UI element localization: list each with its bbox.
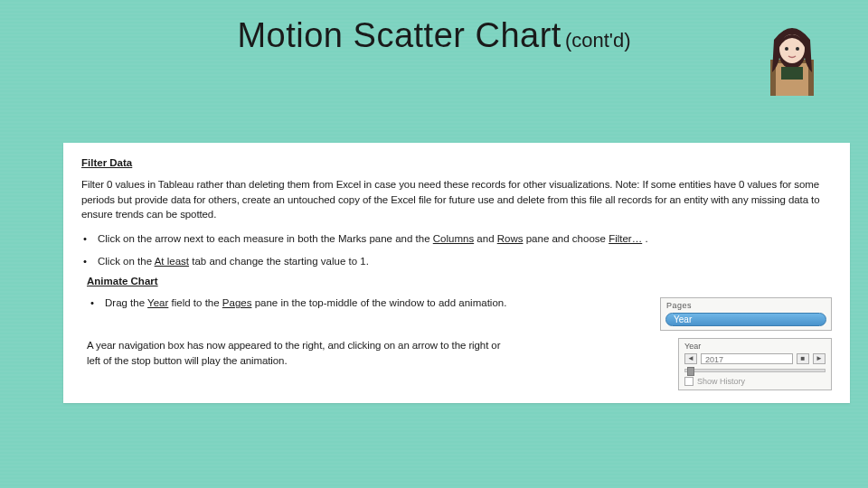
show-history-checkbox[interactable]	[684, 377, 693, 386]
content-card: Filter Data Filter 0 values in Tableau r…	[63, 143, 850, 403]
text: Click on the	[98, 256, 155, 267]
svg-point-3	[785, 47, 788, 51]
avatar	[765, 22, 819, 96]
year-nav-title: Year	[679, 339, 831, 352]
columns-label: Columns	[433, 233, 474, 244]
bullet-icon: •	[89, 296, 105, 311]
year-label: Year	[147, 297, 168, 308]
text: pane in the top-middle of the window to …	[251, 297, 506, 308]
text: tab and change the starting value to 1.	[189, 256, 369, 267]
text: field to the	[168, 297, 222, 308]
year-nav-note: A year navigation box has now appeared t…	[87, 338, 503, 368]
year-prev-button[interactable]: ◄	[684, 353, 697, 364]
pages-pane-widget: Pages Year	[660, 297, 832, 331]
pages-label: Pages	[222, 297, 252, 308]
text: Drag the	[105, 297, 147, 308]
text: Click on the arrow next to each measure …	[98, 233, 433, 244]
svg-rect-5	[781, 67, 803, 80]
at-least-label: At least	[155, 256, 189, 267]
text: pane and choose	[524, 233, 609, 244]
year-slider[interactable]	[684, 369, 826, 372]
bullet-icon: •	[81, 254, 98, 269]
filter-data-heading: Filter Data	[81, 157, 832, 168]
year-value: 2017	[701, 353, 793, 364]
year-pill[interactable]: Year	[665, 313, 826, 326]
page-title-suffix: (cont'd)	[565, 29, 631, 52]
page-title: Motion Scatter Chart	[237, 16, 561, 54]
year-nav-widget: Year ◄ 2017 ■ ► Show History	[678, 338, 832, 390]
text: .	[642, 233, 647, 244]
bullet-icon: •	[81, 231, 98, 247]
bullet-animate-1: • Drag the Year field to the Pages pane …	[81, 296, 649, 311]
filter-label: Filter…	[609, 233, 642, 244]
text: and	[474, 233, 497, 244]
bullet-filter-2: • Click on the At least tab and change t…	[81, 254, 832, 269]
year-next-button[interactable]: ►	[813, 353, 826, 364]
bullet-filter-1: • Click on the arrow next to each measur…	[81, 231, 832, 247]
animate-chart-heading: Animate Chart	[87, 276, 832, 286]
pages-pane-title: Pages	[661, 298, 831, 312]
filter-data-paragraph: Filter 0 values in Tableau rather than d…	[81, 177, 832, 222]
rows-label: Rows	[497, 233, 524, 244]
svg-point-4	[796, 47, 799, 51]
show-history-label: Show History	[697, 377, 745, 386]
year-stop-button[interactable]: ■	[797, 353, 809, 364]
